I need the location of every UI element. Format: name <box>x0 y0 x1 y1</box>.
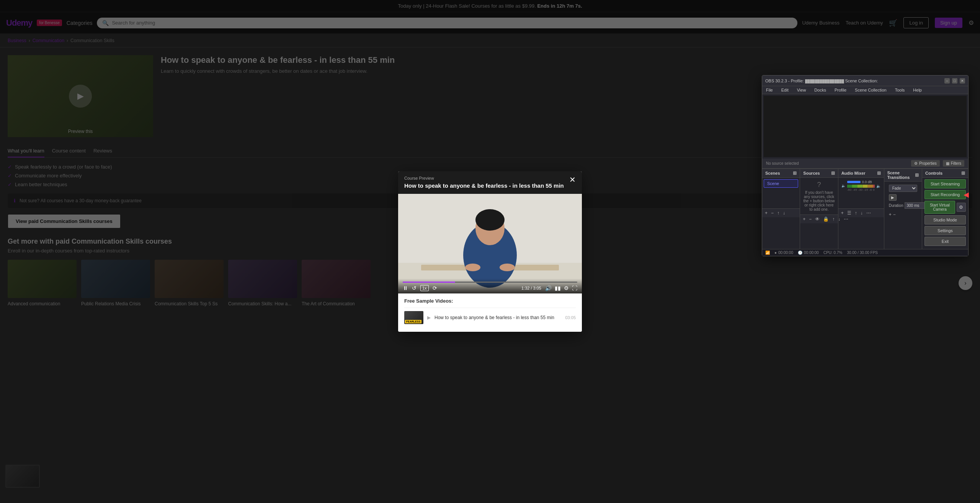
obs-window-buttons: – □ ✕ <box>944 78 965 84</box>
obs-scenes-body: Scene <box>762 178 800 208</box>
settings-button[interactable]: Settings <box>924 226 966 235</box>
obs-stream-time-item: 🕑 00:00:00 <box>798 251 819 255</box>
obs-audio-toolbar: + ☰ ↑ ↓ ⋯ <box>838 208 884 217</box>
video-thumb-small: FEARLESS <box>404 311 423 324</box>
obs-titlebar: OBS 30.2.3 - Profile: ████████████████ S… <box>762 75 968 86</box>
obs-menu-edit[interactable]: Edit <box>780 87 790 93</box>
video-list-item[interactable]: FEARLESS ▶ How to speak to anyone & be f… <box>404 308 576 327</box>
stream-clock-icon: 🕑 <box>798 251 802 255</box>
obs-scenes-toolbar: + − ↑ ↓ <box>762 208 800 217</box>
time-display: 1:32 / 3:05 <box>521 286 541 290</box>
progress-bar[interactable] <box>403 282 577 283</box>
add-source-button[interactable]: + <box>802 216 807 222</box>
svg-point-7 <box>500 264 515 271</box>
obs-audio-actions: ⊞ <box>877 170 881 176</box>
obs-minimize-button[interactable]: – <box>944 78 950 84</box>
svg-point-6 <box>465 264 480 271</box>
remove-scene-button[interactable]: − <box>770 210 775 216</box>
obs-menu-scene-collection[interactable]: Scene Collection <box>853 87 888 93</box>
hamburger-audio-button[interactable]: ☰ <box>846 210 853 216</box>
remove-transition-button[interactable]: − <box>893 212 896 217</box>
sources-expand-icon[interactable]: ⊞ <box>831 170 835 176</box>
eye-source-button[interactable]: 👁 <box>814 216 821 222</box>
volume-button[interactable]: 🔊 <box>545 285 552 291</box>
controls-row: ⏸ ↺ 1x ⟳ 1:32 / 3:05 🔊 ▮▮ ⚙ ⛶ <box>403 285 577 291</box>
start-virtual-camera-button[interactable]: Start Virtual Camera <box>924 201 955 214</box>
start-streaming-button[interactable]: Start Streaming <box>924 179 966 188</box>
obs-controls-actions: ⊞ <box>961 170 965 176</box>
obs-signal-icon-item: 📶 <box>765 251 770 255</box>
virtual-cam-settings-button[interactable]: ⚙ <box>957 203 966 212</box>
speed-badge[interactable]: 1x <box>420 285 429 291</box>
controls-expand-icon[interactable]: ⊞ <box>961 170 965 176</box>
obs-empty-sources: ? If you don't have any sources, click t… <box>802 179 836 213</box>
obs-sources-actions: ⊞ <box>831 170 835 176</box>
replay-button[interactable]: ⟳ <box>433 285 437 291</box>
properties-button[interactable]: ⚙ Properties <box>911 160 940 167</box>
obs-close-button[interactable]: ✕ <box>960 78 965 84</box>
obs-audio-bar <box>847 185 875 188</box>
modal-title: How to speak to anyone & be fearless - i… <box>404 182 564 190</box>
up-scene-button[interactable]: ↑ <box>776 210 781 216</box>
obs-sources-toolbar: + − 👁 🔒 ↑ ↓ ⋯ <box>800 215 838 223</box>
down-scene-button[interactable]: ↓ <box>782 210 786 216</box>
audio-expand-icon[interactable]: ⊞ <box>877 170 881 176</box>
play-pause-button[interactable]: ⏸ <box>403 285 408 291</box>
transitions-expand-icon[interactable]: ⊞ <box>915 172 919 178</box>
up-audio-button[interactable]: ↑ <box>854 210 858 216</box>
remove-source-button[interactable]: − <box>808 216 813 222</box>
recording-arrow-icon: ◀ <box>964 190 969 199</box>
video-controls: ⏸ ↺ 1x ⟳ 1:32 / 3:05 🔊 ▮▮ ⚙ ⛶ <box>398 279 582 293</box>
studio-mode-button[interactable]: Studio Mode <box>924 215 966 224</box>
obs-sources-panel: Sources ⊞ ? If you don't have any source… <box>800 169 838 249</box>
lock-source-button[interactable]: 🔒 <box>822 216 830 222</box>
filters-button[interactable]: ▦ Filters <box>943 160 964 167</box>
scenes-expand-icon[interactable]: ⊞ <box>793 170 797 176</box>
obs-controls-header: Controls ⊞ <box>922 169 968 178</box>
start-recording-button[interactable]: Start Recording <box>924 190 966 199</box>
obs-title: OBS 30.2.3 - Profile: ████████████████ S… <box>765 79 941 83</box>
up-source-button[interactable]: ↑ <box>831 216 836 222</box>
obs-cpu-item: CPU: 0.7% <box>823 251 842 255</box>
obs-controls-panel: Controls ⊞ Start Streaming Start Recordi… <box>922 169 968 249</box>
obs-menu-profile[interactable]: Profile <box>833 87 848 93</box>
filters-icon: ▦ <box>946 161 949 165</box>
add-scene-button[interactable]: + <box>764 210 769 216</box>
down-audio-button[interactable]: ↓ <box>859 210 864 216</box>
more-audio-button[interactable]: ⋯ <box>865 210 872 216</box>
video-thumb-badge: FEARLESS <box>405 320 421 323</box>
exit-button[interactable]: Exit <box>924 237 966 246</box>
captions-button[interactable]: ▮▮ <box>555 285 561 291</box>
obs-menu-file[interactable]: File <box>764 87 774 93</box>
rewind-button[interactable]: ↺ <box>412 285 416 291</box>
obs-controls-body: Start Streaming Start Recording ◀ Start … <box>922 178 968 249</box>
fullscreen-button[interactable]: ⛶ <box>572 285 577 291</box>
rec-icon: ● <box>774 251 777 255</box>
audio-mute-button[interactable]: 🔈 <box>876 184 881 188</box>
ctrl-icons: 🔊 ▮▮ ⚙ ⛶ <box>545 285 577 291</box>
modal-close-button[interactable]: ✕ <box>569 176 576 184</box>
obs-menu-docks[interactable]: Docks <box>813 87 828 93</box>
modal-label: Course Preview <box>404 176 564 180</box>
obs-preview-area <box>764 96 967 157</box>
settings-video-button[interactable]: ⚙ <box>564 285 569 291</box>
obs-menu-view[interactable]: View <box>795 87 808 93</box>
obs-menu-help[interactable]: Help <box>911 87 923 93</box>
transition-arrow-button[interactable]: ▶ <box>889 194 897 201</box>
obs-menu-tools[interactable]: Tools <box>893 87 906 93</box>
obs-transitions-body: Fade Cut ▶ Duration + − <box>884 182 922 220</box>
obs-transition-add-bar: + − <box>886 210 920 219</box>
obs-transitions-actions: ⊞ <box>915 172 919 178</box>
obs-transition-select[interactable]: Fade Cut <box>889 185 917 192</box>
add-transition-button[interactable]: + <box>889 212 892 217</box>
obs-audio-header: Audio Mixer ⊞ <box>838 169 884 178</box>
add-audio-button[interactable]: + <box>840 210 845 216</box>
obs-maximize-button[interactable]: □ <box>952 78 957 84</box>
progress-fill <box>403 282 455 283</box>
obs-transitions-header: Scene Transitions ⊞ <box>884 169 922 182</box>
obs-recording-time-item: ● 00:00:00 <box>774 251 793 255</box>
obs-scene-item[interactable]: Scene <box>764 179 798 188</box>
obs-window: OBS 30.2.3 - Profile: ████████████████ S… <box>762 75 969 256</box>
obs-audio-row: 🔈 0.0 dB <box>840 179 882 192</box>
obs-db-label: 🔈 <box>841 184 846 188</box>
